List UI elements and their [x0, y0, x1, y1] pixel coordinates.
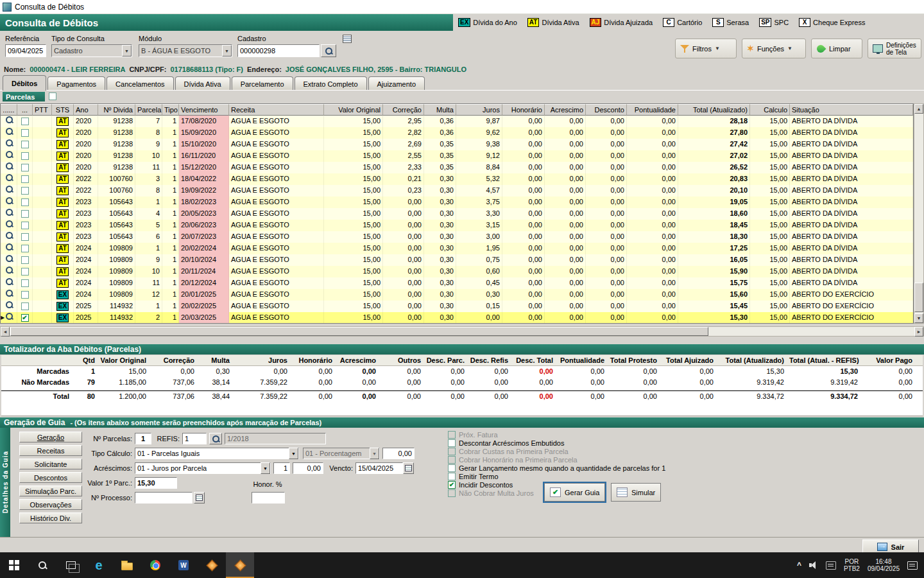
- table-row[interactable]: AT2020912389115/10/2020AGUA E ESGOTO15,0…: [1, 139, 913, 150]
- row-zoom-icon[interactable]: [5, 301, 13, 308]
- acrescimos-select[interactable]: 01 - Juros por Parcela ▼: [135, 462, 271, 474]
- row-checkbox[interactable]: [21, 141, 29, 148]
- guia-checkbox[interactable]: [448, 448, 456, 455]
- scroll-right-button[interactable]: ►: [914, 327, 923, 337]
- table-row[interactable]: AT202410980911120/12/2024AGUA E ESGOTO15…: [1, 277, 913, 289]
- row-zoom-icon[interactable]: [5, 162, 13, 170]
- acrescimos-qtd-input[interactable]: [273, 462, 290, 474]
- guia-sidebar-solicitante[interactable]: Solicitante: [19, 459, 82, 469]
- row-zoom-icon[interactable]: [5, 312, 13, 320]
- calendar-icon[interactable]: [403, 462, 414, 474]
- guia-checkbox[interactable]: [448, 481, 456, 489]
- taskbar-clock[interactable]: 16:48 09/04/2025: [868, 558, 900, 572]
- guia-sidebar-hist-rico-div-[interactable]: Histórico Div.: [19, 512, 82, 523]
- display-icon[interactable]: [826, 561, 836, 570]
- table-row[interactable]: AT20209123811115/12/2020AGUA E ESGOTO15,…: [1, 162, 913, 173]
- horizontal-scrollbar[interactable]: ◄ ►: [0, 326, 924, 337]
- chevron-down-icon[interactable]: ▼: [289, 448, 298, 459]
- guia-checkbox[interactable]: [448, 431, 456, 439]
- row-checkbox[interactable]: [21, 222, 29, 229]
- row-checkbox[interactable]: [21, 291, 29, 299]
- table-row[interactable]: AT20231056431118/02/2023AGUA E ESGOTO15,…: [1, 197, 913, 208]
- guia-checkbox[interactable]: [448, 473, 456, 480]
- row-checkbox[interactable]: [21, 164, 29, 171]
- gerar-guia-button[interactable]: Gerar Guia: [544, 483, 605, 502]
- scroll-left-button[interactable]: ◄: [1, 327, 10, 337]
- table-row[interactable]: EX202410980912120/01/2025AGUA E ESGOTO15…: [1, 289, 913, 301]
- row-checkbox[interactable]: [21, 268, 29, 276]
- language-indicator[interactable]: POR PTB2: [844, 558, 860, 572]
- vertical-scroll-thumb[interactable]: [914, 283, 923, 312]
- tipo-calculo-select[interactable]: 01 - Parcelas Iguais ▼: [135, 448, 299, 459]
- table-row[interactable]: AT20241098099120/10/2024AGUA E ESGOTO15,…: [1, 254, 913, 266]
- guia-sidebar-receitas[interactable]: Receitas: [19, 445, 82, 456]
- guia-sidebar-simula-o-parc-[interactable]: Simulação Parc.: [19, 486, 82, 496]
- row-checkbox[interactable]: [21, 302, 29, 310]
- cadastro-input[interactable]: [237, 44, 320, 57]
- table-row[interactable]: EX20251149322120/03/2025AGUA E ESGOTO15,…: [1, 312, 913, 324]
- row-zoom-icon[interactable]: [5, 127, 13, 135]
- task-view-button[interactable]: [56, 552, 85, 578]
- row-checkbox[interactable]: [21, 279, 29, 287]
- filtros-button[interactable]: Filtros ▼: [675, 39, 737, 58]
- word-app-button[interactable]: W: [169, 552, 198, 578]
- processo-input[interactable]: [135, 492, 193, 504]
- vencto-input[interactable]: [355, 462, 403, 474]
- simular-button[interactable]: Simular: [611, 483, 661, 502]
- table-row[interactable]: AT20209123810116/11/2020AGUA E ESGOTO15,…: [1, 150, 913, 162]
- table-row[interactable]: AT20221007603118/04/2022AGUA E ESGOTO15,…: [1, 173, 913, 185]
- volume-icon[interactable]: [809, 561, 818, 569]
- scroll-up-button[interactable]: ▲: [914, 104, 923, 114]
- funcoes-button[interactable]: ✶ Funções ▼: [742, 39, 806, 58]
- tab-cancelamentos[interactable]: Cancelamentos: [107, 76, 173, 91]
- guia-sidebar-descontos[interactable]: Descontos: [19, 472, 82, 483]
- guia-sidebar-gera-o[interactable]: Geração: [19, 432, 82, 442]
- num-parcelas-input[interactable]: [135, 433, 151, 444]
- parcelas-checkbox[interactable]: [49, 92, 56, 100]
- guia-sidebar-observa-es[interactable]: Observações: [19, 499, 82, 510]
- vertical-scrollbar[interactable]: ▲ ▼: [914, 103, 924, 324]
- row-zoom-icon[interactable]: [5, 197, 13, 204]
- tab-ajuizamento[interactable]: Ajuizamento: [368, 76, 425, 91]
- taskbar-search-button[interactable]: [28, 552, 56, 578]
- row-zoom-icon[interactable]: [5, 220, 13, 227]
- row-checkbox[interactable]: [21, 118, 29, 125]
- table-row[interactable]: AT202410980910120/11/2024AGUA E ESGOTO15…: [1, 266, 913, 277]
- tab-extrato-completo[interactable]: Extrato Completo: [295, 76, 367, 91]
- refis-search-button[interactable]: [209, 433, 222, 444]
- scroll-down-button[interactable]: ▼: [914, 313, 923, 323]
- table-row[interactable]: AT20231056435120/06/2023AGUA E ESGOTO15,…: [1, 220, 913, 231]
- table-row[interactable]: AT20231056436120/07/2023AGUA E ESGOTO15,…: [1, 231, 913, 243]
- tab-pagamentos[interactable]: Pagamentos: [47, 76, 105, 91]
- table-row[interactable]: AT20221007608119/09/2022AGUA E ESGOTO15,…: [1, 185, 913, 197]
- row-checkbox[interactable]: [21, 210, 29, 218]
- definicoes-tela-button[interactable]: Definições de Tela: [868, 39, 921, 58]
- row-checkbox[interactable]: [21, 187, 29, 195]
- guia-checkbox[interactable]: [448, 464, 456, 472]
- tab-d-vida-ativa[interactable]: Dívida Ativa: [175, 76, 230, 91]
- tipo-consulta-select[interactable]: Cadastro ▼: [51, 44, 132, 57]
- row-zoom-icon[interactable]: [5, 116, 13, 123]
- guia-checkbox[interactable]: [448, 489, 456, 497]
- row-zoom-icon[interactable]: [5, 139, 13, 146]
- chevron-down-icon[interactable]: ▼: [261, 462, 270, 474]
- list-icon[interactable]: [343, 35, 352, 43]
- limpar-button[interactable]: Limpar: [811, 39, 862, 58]
- file-explorer-button[interactable]: [113, 552, 141, 578]
- tab-parcelamento[interactable]: Parcelamento: [232, 76, 293, 91]
- row-zoom-icon[interactable]: [5, 208, 13, 216]
- row-zoom-icon[interactable]: [5, 173, 13, 181]
- chevron-down-icon[interactable]: ▼: [122, 45, 132, 57]
- app-button-1[interactable]: [198, 552, 226, 578]
- modulo-select[interactable]: B - ÁGUA E ESGOTO ▼: [139, 44, 232, 57]
- notification-center-icon[interactable]: [907, 561, 918, 570]
- row-checkbox[interactable]: [21, 245, 29, 252]
- start-button[interactable]: [0, 552, 28, 578]
- row-zoom-icon[interactable]: [5, 243, 13, 250]
- calculator-icon[interactable]: [194, 492, 205, 504]
- valor-parc-input[interactable]: [135, 477, 177, 489]
- row-zoom-icon[interactable]: [5, 231, 13, 239]
- chrome-app-button[interactable]: [141, 552, 169, 578]
- referencia-input[interactable]: [5, 44, 46, 57]
- chevron-down-icon[interactable]: ▼: [222, 45, 232, 57]
